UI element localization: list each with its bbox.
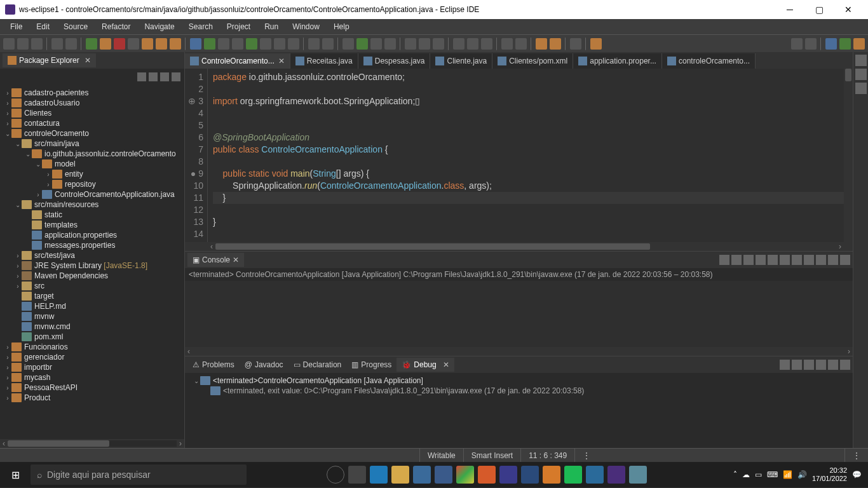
package-explorer-tab[interactable]: Package Explorer ✕ xyxy=(3,53,96,67)
tool-pin[interactable] xyxy=(570,38,581,50)
tool-breakpoint[interactable] xyxy=(501,38,513,50)
tool-run-ext[interactable] xyxy=(356,38,368,50)
tab-javadoc[interactable]: @Javadoc xyxy=(240,358,288,372)
perspective-debug[interactable] xyxy=(839,38,851,50)
tree-item[interactable]: pom.xml xyxy=(0,332,184,342)
app-store[interactable] xyxy=(413,466,431,484)
menu-project[interactable]: Project xyxy=(220,20,257,34)
tree-item[interactable]: static xyxy=(0,210,184,220)
app-eclipse[interactable] xyxy=(607,466,625,484)
terminate-icon[interactable] xyxy=(719,255,729,265)
layout-icon[interactable] xyxy=(780,360,790,370)
minimize-icon[interactable] xyxy=(828,255,838,265)
app-photoshop[interactable] xyxy=(521,466,539,484)
status-notification-icon[interactable]: ⋮ xyxy=(844,449,868,462)
tree-item[interactable]: ⌄model xyxy=(0,159,184,169)
editor-tab[interactable]: Clientes/pom.xml xyxy=(492,53,573,69)
tree-item[interactable]: ⌄src/main/resources xyxy=(0,200,184,210)
tool-debug[interactable] xyxy=(190,38,201,50)
app-explorer[interactable] xyxy=(391,466,409,484)
tray-volume-icon[interactable]: 🔊 xyxy=(797,470,807,479)
console-hscroll[interactable]: ‹ › xyxy=(185,347,853,356)
editor-code[interactable]: package io.github.jassonluiz.controleOrc… xyxy=(208,69,844,242)
close-button[interactable]: ✕ xyxy=(834,0,863,19)
tool-save[interactable] xyxy=(17,38,29,50)
package-tree[interactable]: ›cadastro-pacientes›cadastroUsuario›Clie… xyxy=(0,85,184,439)
tool-pause[interactable] xyxy=(100,38,111,50)
tree-item[interactable]: ›entity xyxy=(0,169,184,179)
tool-run-config[interactable] xyxy=(370,38,382,50)
tool-step-into[interactable] xyxy=(142,38,153,50)
menu-source[interactable]: Source xyxy=(57,20,94,34)
filter-icon[interactable] xyxy=(160,72,169,81)
debug-child[interactable]: <terminated, exit value: 0>C:\Program Fi… xyxy=(189,386,849,396)
editor-tab[interactable]: controleOrcamento... xyxy=(662,53,756,69)
menu-help[interactable]: Help xyxy=(327,20,356,34)
other-icon[interactable] xyxy=(855,83,867,94)
tree-item[interactable]: ›mycash xyxy=(0,372,184,383)
tray-notification-icon[interactable]: 💬 xyxy=(852,470,862,479)
tray-up-icon[interactable]: ˄ xyxy=(733,470,737,479)
tool-debug-config[interactable] xyxy=(384,38,396,50)
scrolllock-icon[interactable] xyxy=(768,255,778,265)
tab-progress[interactable]: ▥Progress xyxy=(346,358,397,372)
tree-item[interactable]: ›PessoaRestAPI xyxy=(0,383,184,393)
tree-item[interactable]: ›cadastroUsuario xyxy=(0,98,184,108)
minimize-icon[interactable] xyxy=(828,360,838,370)
tool-undo[interactable] xyxy=(51,38,63,50)
tool-newwin[interactable] xyxy=(405,38,416,50)
debug-root[interactable]: ⌄<terminated>ControleOrcamentoApplicatio… xyxy=(189,376,849,386)
tree-item[interactable]: ›gerenciador xyxy=(0,352,184,362)
close-icon[interactable]: ✕ xyxy=(278,57,285,65)
app-vscode[interactable] xyxy=(586,466,604,484)
pin-icon[interactable] xyxy=(792,255,802,265)
editor-tab[interactable]: Receitas.java xyxy=(290,53,358,69)
app-cortana[interactable] xyxy=(327,466,344,484)
app-chrome[interactable] xyxy=(456,466,474,484)
tray-wifi-icon[interactable]: 📶 xyxy=(783,470,792,479)
tree-item[interactable]: ›repositoy xyxy=(0,179,184,189)
menu-icon[interactable] xyxy=(172,72,180,81)
editor-hscroll[interactable]: ‹ › xyxy=(185,242,853,251)
menu-edit[interactable]: Edit xyxy=(30,20,56,34)
debug-tree[interactable]: ⌄<terminated>ControleOrcamentoApplicatio… xyxy=(185,373,853,398)
tree-item[interactable]: ›Funcionarios xyxy=(0,342,184,352)
tool-relaunch[interactable] xyxy=(246,38,257,50)
close-icon[interactable]: ✕ xyxy=(85,56,91,65)
tab-debug[interactable]: 🐞Debug✕ xyxy=(397,358,454,372)
tab-problems[interactable]: ⚠Problems xyxy=(187,358,240,372)
tool-tasks[interactable] xyxy=(322,38,334,50)
tray-input-icon[interactable]: ⌨ xyxy=(767,470,778,479)
app-xampp[interactable] xyxy=(543,466,560,484)
tool-disconnect[interactable] xyxy=(128,38,139,50)
tool-terminate[interactable] xyxy=(114,38,125,50)
tree-item[interactable]: ⌄controleOrcamento xyxy=(0,128,184,139)
app-brave[interactable] xyxy=(478,466,496,484)
perspective-java[interactable] xyxy=(825,38,837,50)
close-icon[interactable]: ✕ xyxy=(233,255,239,264)
remove-icon[interactable] xyxy=(731,255,742,265)
menu-run[interactable]: Run xyxy=(258,20,285,34)
app-firefox[interactable] xyxy=(499,466,517,484)
wordwrap-icon[interactable] xyxy=(780,255,790,265)
editor-tab[interactable]: Cliente.java xyxy=(430,53,492,69)
vertical-scrollbar[interactable] xyxy=(844,69,853,242)
view-menu-icon[interactable] xyxy=(804,360,814,370)
tool-skip[interactable] xyxy=(515,38,527,50)
tool-saveall[interactable] xyxy=(31,38,43,50)
tool-search-open[interactable] xyxy=(308,38,320,50)
editor-tab[interactable]: ControleOrcamento...✕ xyxy=(185,53,290,69)
tool-redo[interactable] xyxy=(65,38,77,50)
editor-tab[interactable]: application.proper... xyxy=(573,53,662,69)
clear-icon[interactable] xyxy=(756,255,766,265)
tray-cloud-icon[interactable]: ☁ xyxy=(742,470,750,479)
tool-open-perspective[interactable] xyxy=(805,38,817,50)
console-body[interactable] xyxy=(185,281,853,347)
maximize-icon[interactable] xyxy=(840,255,850,265)
minimize-button[interactable]: ─ xyxy=(775,0,804,19)
tool-step-return[interactable] xyxy=(170,38,181,50)
taskbar-search[interactable]: ⌕ Digite aqui para pesquisar xyxy=(31,464,247,485)
perspective-git[interactable] xyxy=(853,38,865,50)
app-sts[interactable] xyxy=(629,466,647,484)
tool-newpackage[interactable] xyxy=(274,38,285,50)
